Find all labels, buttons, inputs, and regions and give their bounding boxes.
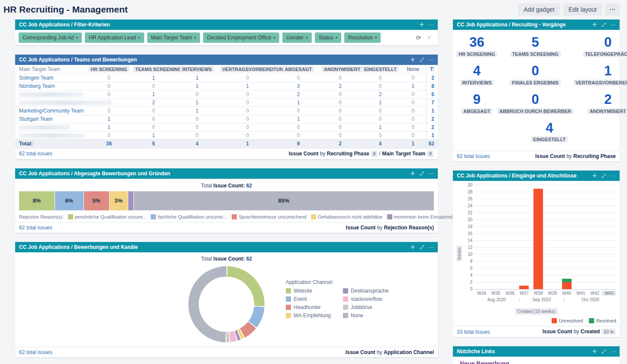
expand-icon[interactable]: ⤢ [601,349,606,354]
clear-icon[interactable]: ✕ [427,34,432,41]
row-total-cell[interactable]: 2 [426,115,438,123]
phase-count-cell[interactable]: 1 [131,90,176,99]
gadget-more-icon[interactable]: ··· [611,349,616,354]
phase-count-cell[interactable]: 1 [176,82,218,90]
column-total-cell[interactable]: 9 [277,140,320,148]
bar-unresolved-w40[interactable] [562,282,572,289]
phase-count-cell[interactable]: 1 [131,74,176,82]
phase-count-cell[interactable]: 1 [87,123,131,132]
phase-count-cell[interactable]: 1 [218,82,277,90]
phase-count-cell[interactable]: 3 [277,82,320,90]
gadget-more-icon[interactable]: ··· [429,22,434,27]
total-issues-link[interactable]: 62 total issues [19,225,52,231]
column-total-cell[interactable]: 36 [87,140,131,148]
add-gadget-button[interactable]: Add gadget [518,3,560,16]
stat-value-link[interactable]: 4 [456,64,497,78]
row-total-cell[interactable]: 5 [426,90,438,99]
phase-count-cell[interactable]: 2 [320,82,360,90]
team-name-link[interactable]: Marketing/Community Team [15,107,87,115]
phase-count-cell[interactable]: 1 [400,82,426,90]
stat-value-link[interactable]: 5 [497,35,573,50]
bar-resolved-w40[interactable] [562,279,572,282]
expand-icon[interactable]: ⤢ [601,22,606,27]
column-total-cell[interactable]: 1 [400,140,426,148]
move-icon[interactable]: ✛ [410,245,415,250]
refresh-icon[interactable]: ⟳ [416,34,421,41]
row-total-cell[interactable]: 2 [426,123,438,132]
bar-segment-gehaltswunsch-nicht-abbildbar[interactable]: 3% [110,191,128,210]
move-icon[interactable]: ✛ [592,173,597,178]
phase-count-cell[interactable]: 1 [277,115,320,123]
row-total-cell[interactable]: 8 [426,82,438,90]
gadget-more-icon[interactable]: ··· [611,22,616,27]
bar-segment-fachliche-qualifikation-unzureic[interactable]: 6% [55,191,84,210]
bar-segment-momentan-keine-einsatzm-glic[interactable] [128,191,134,210]
edit-layout-button[interactable]: Edit layout [563,3,602,16]
filter-status[interactable]: Status▾ [315,32,342,43]
bar-unresolved-w38[interactable] [533,189,543,289]
expand-icon[interactable]: ⤢ [420,245,424,250]
bar-segment-sprachkenntnisse-unzureichend[interactable]: 5% [84,191,110,210]
expand-icon[interactable]: ⤢ [601,173,606,178]
gadget-more-icon[interactable]: ··· [429,57,434,62]
move-icon[interactable]: ✛ [592,22,597,27]
phase-count-cell[interactable]: 2 [131,99,176,107]
row-total-cell[interactable]: 1 [426,107,438,115]
phase-count-cell[interactable]: 2 [277,90,320,99]
gadget-more-icon[interactable]: ··· [429,245,434,250]
filter-main-target-team[interactable]: Main Target Team▾ [147,32,200,43]
stat-value-link[interactable]: 9 [456,93,497,107]
phase-count-cell[interactable]: 1 [176,107,218,115]
phase-count-cell[interactable]: 1 [360,99,400,107]
stat-value-link[interactable]: 0 [573,35,627,50]
bar-segment-none[interactable]: 85% [134,191,434,210]
filter-gender[interactable]: Gender▾ [282,32,312,43]
column-total-cell[interactable]: 4 [176,140,218,148]
dashboard-more-button[interactable]: ··· [605,3,620,16]
grand-total-cell[interactable]: 62 [426,140,438,148]
row-total-cell[interactable]: 1 [426,132,438,140]
phase-count-cell[interactable]: 1 [131,132,176,140]
gadget-more-icon[interactable]: ··· [429,171,434,176]
move-icon[interactable]: ✛ [410,171,415,176]
total-issues-link[interactable]: 62 total issues [457,153,490,159]
phase-count-cell[interactable]: 2 [360,90,400,99]
filter-decided-employment-office[interactable]: Decided Employment Office▾ [203,32,279,43]
useful-link-neue-bewerbung[interactable]: Neue Bewerbung [460,360,613,364]
move-icon[interactable]: ✛ [410,57,415,62]
team-name-link[interactable]: Stuttgart Team [15,115,87,123]
phase-count-cell[interactable]: 1 [87,115,131,123]
team-name-link[interactable]: Solingen Team [15,74,87,82]
phase-count-cell[interactable]: 1 [277,99,320,107]
phase-count-cell[interactable]: 1 [176,99,218,107]
filter-corresponding-job-ad[interactable]: Corresponding Job Ad▾ [19,32,82,43]
phase-count-cell[interactable]: 1 [176,74,218,82]
phase-count-cell[interactable]: 1 [360,123,400,132]
row-total-cell[interactable]: 2 [426,74,438,82]
stat-value-link[interactable]: 1 [573,64,627,78]
expand-icon[interactable]: ⤢ [420,171,424,176]
column-total-cell[interactable]: 5 [131,140,176,148]
move-icon[interactable]: ✛ [592,349,597,354]
total-issues-link[interactable]: 62 total issues [19,151,52,157]
count-chip: 8 [427,151,434,157]
stat-value-link[interactable]: 2 [573,93,627,107]
team-name-link[interactable]: Nürnberg Team [15,82,87,90]
bar-segment-pers-nliche-qualifikation-unzure[interactable]: 8% [19,191,55,210]
gadget-more-icon[interactable]: ··· [611,173,616,178]
column-total-cell[interactable]: 2 [320,140,360,148]
move-icon[interactable]: ✛ [420,22,424,27]
row-total-cell[interactable]: 7 [426,99,438,107]
filter-hr-application-lead[interactable]: HR Application Lead▾ [85,32,144,43]
stat-value-link[interactable]: 0 [497,64,573,78]
stat-value-link[interactable]: 36 [456,35,497,50]
stat-value-link[interactable]: 4 [456,121,627,135]
bar-unresolved-w37[interactable] [519,286,529,289]
expand-icon[interactable]: ⤢ [420,57,424,62]
total-issues-link[interactable]: 33 total issues [457,329,490,335]
stat-value-link[interactable]: 0 [497,93,573,107]
filter-resolution[interactable]: Resolution▾ [344,32,381,43]
column-total-cell[interactable]: 4 [360,140,400,148]
total-issues-link[interactable]: 62 total issues [19,349,52,355]
column-total-cell[interactable]: 1 [218,140,277,148]
